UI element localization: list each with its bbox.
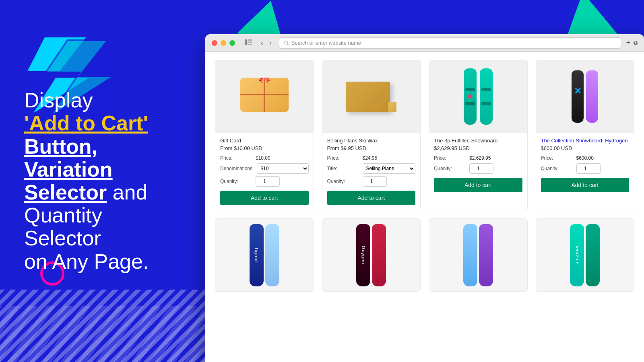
quantity-row-gift-card: Quanity: — [220, 176, 309, 187]
product-info-ski-wax: Selling Plans Ski Wax From $9.95 USD Pri… — [322, 133, 421, 210]
sb-sky — [463, 224, 477, 286]
product-price-gift-card: From $10.00 USD — [220, 145, 309, 151]
quantity-input-hydrogen[interactable] — [576, 163, 601, 174]
svg-rect-1 — [248, 39, 252, 41]
snowboard-teal-2 — [480, 68, 493, 125]
svg-point-4 — [285, 41, 288, 44]
price-label-gift-card: Price: — [220, 155, 252, 161]
traffic-lights — [212, 40, 235, 46]
headline-line1: Display — [24, 88, 93, 112]
product-fields-ski-wax: Price: $24.95 Title: Selling Plans One-t… — [327, 155, 416, 187]
product-card-ski-wax: Selling Plans Ski Wax From $9.95 USD Pri… — [322, 60, 421, 210]
headline-line5: Quantity Selector — [24, 204, 102, 250]
product-info-3p-snowboard: The 3p Fulfilled Snowboard $2,629.95 USD… — [429, 133, 527, 197]
svg-rect-3 — [248, 44, 252, 45]
title-select-ski-wax[interactable]: Selling Plans One-time — [363, 163, 416, 174]
snowboard-collection-visual: ✕ — [572, 70, 598, 123]
product-image-shopify: SHOPIFY — [536, 219, 634, 291]
snowboard-teal-pair — [464, 68, 493, 125]
duplicate-tab-button[interactable]: ⧉ — [634, 39, 638, 46]
liquid-sb-visual: liguid — [250, 224, 279, 286]
product-name-ski-wax: Selling Plans Ski Wax — [327, 138, 416, 144]
product-name-gift-card: Gift Card — [220, 138, 309, 144]
product-card-gift-card: 🎀 Gift Card From $10.00 USD Price: $10.0… — [215, 60, 314, 210]
product-price-ski-wax: From $9.95 USD — [327, 145, 416, 151]
forward-button[interactable]: › — [267, 39, 274, 47]
snowboard-black: ✕ — [572, 70, 584, 123]
price-row-3p: Price: $2,629.95 — [434, 155, 522, 161]
denomination-row: Denominations: $10 $25 $50 $100 — [220, 163, 309, 174]
sb-red — [372, 224, 386, 286]
product-price-hydrogen: $600.00 USD — [541, 145, 630, 151]
headline-highlight1: 'Add to Cart' — [24, 111, 148, 135]
price-value-gift-card: $10.00 — [256, 155, 270, 161]
add-to-cart-hydrogen[interactable]: Add to cart — [541, 178, 630, 192]
price-row-ski-wax: Price: $24.95 — [327, 155, 416, 161]
headline-and: and — [107, 181, 147, 204]
denomination-select[interactable]: $10 $25 $50 $100 — [257, 163, 308, 174]
sidebar-toggle-button[interactable] — [243, 38, 254, 48]
products-grid: 🎀 Gift Card From $10.00 USD Price: $10.0… — [215, 60, 634, 210]
title-row-ski-wax: Title: Selling Plans One-time — [327, 163, 416, 174]
quantity-row-hydrogen: Quanity: — [541, 163, 630, 174]
sb-teal: SHOPIFY — [570, 224, 584, 286]
product-card-shopify: SHOPIFY — [536, 218, 635, 292]
browser-actions: + ⧉ — [626, 39, 638, 47]
price-value-ski-wax: $24.95 — [363, 155, 378, 161]
product-card-peace — [429, 218, 528, 292]
product-fields-gift-card: Price: $10.00 Denominations: $10 $25 $50… — [220, 155, 309, 187]
store-content: 🎀 Gift Card From $10.00 USD Price: $10.0… — [205, 52, 644, 362]
sb-green — [586, 224, 600, 286]
wax-visual — [346, 82, 396, 112]
oxygen-sb-visual: Oxygen — [356, 224, 386, 286]
price-label-ski-wax: Price: — [327, 155, 359, 161]
denomination-label: Denominations: — [220, 166, 254, 171]
peace-sb-visual — [463, 224, 493, 286]
quantity-label-hydrogen: Quanity: — [541, 166, 573, 171]
snowboard-purple — [586, 70, 598, 123]
shopify-sb-visual: SHOPIFY — [570, 224, 600, 286]
price-label-3p: Price: — [434, 155, 466, 161]
svg-rect-2 — [248, 42, 252, 43]
product-image-3p-snowboard — [429, 60, 527, 133]
new-tab-button[interactable]: + — [626, 39, 630, 47]
minimize-button[interactable] — [221, 40, 226, 46]
price-row-hydrogen: Price: $600.00 — [541, 155, 630, 161]
title-label-ski-wax: Title: — [327, 166, 359, 171]
product-card-hydrogen: ✕ The Collection Snowboard: Hydrogen $60… — [536, 60, 635, 210]
add-to-cart-3p-snowboard[interactable]: Add to cart — [434, 178, 522, 192]
quantity-input-gift-card[interactable] — [256, 176, 280, 187]
products-row2: liguid Oxygen — [215, 218, 634, 292]
product-card-oxygen: Oxygen — [322, 218, 421, 292]
gift-card-visual: 🎀 — [240, 78, 289, 116]
sb-light-blue — [265, 224, 279, 286]
product-card-liquid: liguid — [215, 218, 314, 292]
product-price-3p-snowboard: $2,629.95 USD — [434, 145, 522, 151]
nav-buttons: ‹ › — [258, 39, 274, 47]
quantity-row-ski-wax: Quanity: — [327, 176, 416, 187]
address-bar[interactable]: Search or enter website name — [279, 37, 621, 49]
browser-titlebar: ‹ › Search or enter website name + ⧉ — [205, 34, 644, 52]
quantity-input-3p[interactable] — [469, 163, 493, 174]
quantity-input-ski-wax[interactable] — [363, 176, 387, 187]
product-image-hydrogen: ✕ — [536, 60, 634, 133]
close-button[interactable] — [212, 40, 217, 46]
price-value-hydrogen: $600.00 — [576, 155, 594, 161]
maximize-button[interactable] — [229, 40, 235, 46]
product-info-gift-card: Gift Card From $10.00 USD Price: $10.00 … — [215, 133, 314, 210]
product-image-oxygen: Oxygen — [322, 219, 421, 291]
headline-line6: on Any Page. — [24, 250, 149, 273]
headline: Display 'Add to Cart' Button, Variation … — [24, 89, 181, 273]
product-image-ski-wax — [322, 60, 421, 133]
add-to-cart-gift-card[interactable]: Add to cart — [220, 191, 309, 205]
headline-highlight2: Button, Variation Selector — [24, 135, 113, 204]
svg-line-5 — [287, 44, 289, 45]
browser-window: ‹ › Search or enter website name + ⧉ — [205, 34, 644, 362]
price-label-hydrogen: Price: — [541, 155, 573, 161]
product-name-3p-snowboard: The 3p Fulfilled Snowboard — [434, 138, 522, 144]
back-button[interactable]: ‹ — [258, 39, 265, 47]
add-to-cart-ski-wax[interactable]: Add to cart — [327, 191, 416, 205]
product-name-hydrogen[interactable]: The Collection Snowboard: Hydrogen — [541, 138, 630, 144]
sb-dark-blue: liguid — [250, 224, 264, 286]
product-image-peace — [429, 219, 527, 291]
